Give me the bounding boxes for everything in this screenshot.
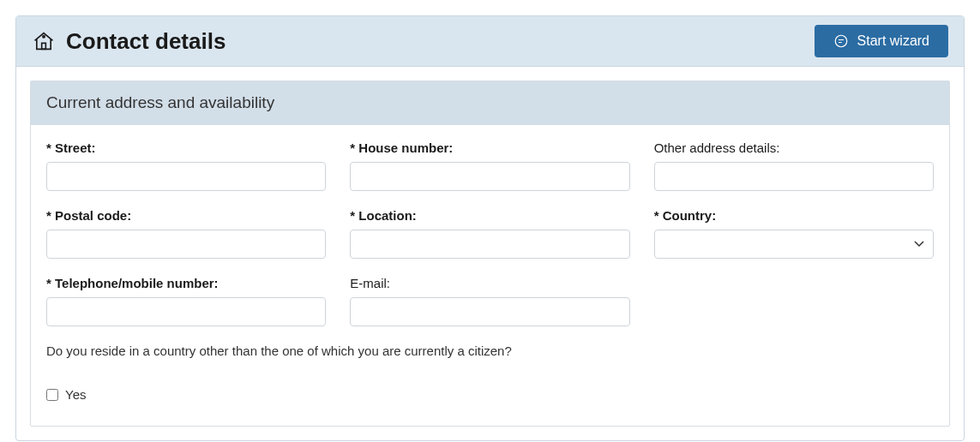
svg-point-2 [835, 35, 847, 47]
empty-spacer [654, 276, 934, 326]
house-number-input[interactable] [350, 162, 629, 191]
country-group: * Country: [654, 208, 934, 259]
country-label: * Country: [654, 208, 934, 223]
house-number-label: * House number: [350, 140, 629, 155]
form-row-1: * Street: * House number: Other address … [46, 140, 934, 191]
svg-point-1 [43, 36, 45, 38]
house-icon [32, 29, 56, 53]
postal-code-input[interactable] [46, 230, 326, 259]
yes-checkbox[interactable] [46, 389, 58, 401]
panel-body: Current address and availability * Stree… [16, 67, 964, 440]
section-body: * Street: * House number: Other address … [31, 125, 949, 426]
email-label: E-mail: [350, 276, 629, 290]
street-group: * Street: [46, 140, 326, 191]
yes-checkbox-row: Yes [46, 387, 934, 402]
location-group: * Location: [350, 208, 629, 259]
location-label: * Location: [350, 208, 629, 223]
panel-header: Contact details Start wizard [16, 16, 964, 67]
postal-code-label: * Postal code: [46, 208, 326, 223]
telephone-group: * Telephone/mobile number: [46, 276, 326, 326]
house-number-group: * House number: [350, 140, 629, 191]
start-wizard-label: Start wizard [857, 33, 929, 49]
address-section: Current address and availability * Stree… [30, 81, 950, 427]
yes-label[interactable]: Yes [65, 387, 86, 402]
street-input[interactable] [46, 162, 326, 191]
section-title: Current address and availability [31, 81, 949, 125]
other-details-input[interactable] [654, 162, 934, 191]
page-title: Contact details [66, 28, 225, 55]
other-details-label: Other address details: [654, 140, 934, 155]
country-select[interactable] [654, 230, 934, 259]
form-row-2: * Postal code: * Location: * Country: [46, 208, 934, 259]
contact-details-panel: Contact details Start wizard Current add… [15, 15, 965, 441]
residence-question: Do you reside in a country other than th… [46, 343, 934, 358]
email-input[interactable] [350, 297, 629, 326]
street-label: * Street: [46, 140, 326, 155]
email-group: E-mail: [350, 276, 629, 326]
telephone-input[interactable] [46, 297, 326, 326]
telephone-label: * Telephone/mobile number: [46, 276, 326, 290]
wizard-icon [833, 33, 849, 49]
start-wizard-button[interactable]: Start wizard [815, 25, 948, 57]
form-row-3: * Telephone/mobile number: E-mail: [46, 276, 934, 326]
postal-code-group: * Postal code: [46, 208, 326, 259]
other-details-group: Other address details: [654, 140, 934, 191]
panel-header-left: Contact details [32, 28, 225, 55]
location-input[interactable] [350, 230, 629, 259]
svg-rect-0 [42, 43, 46, 49]
